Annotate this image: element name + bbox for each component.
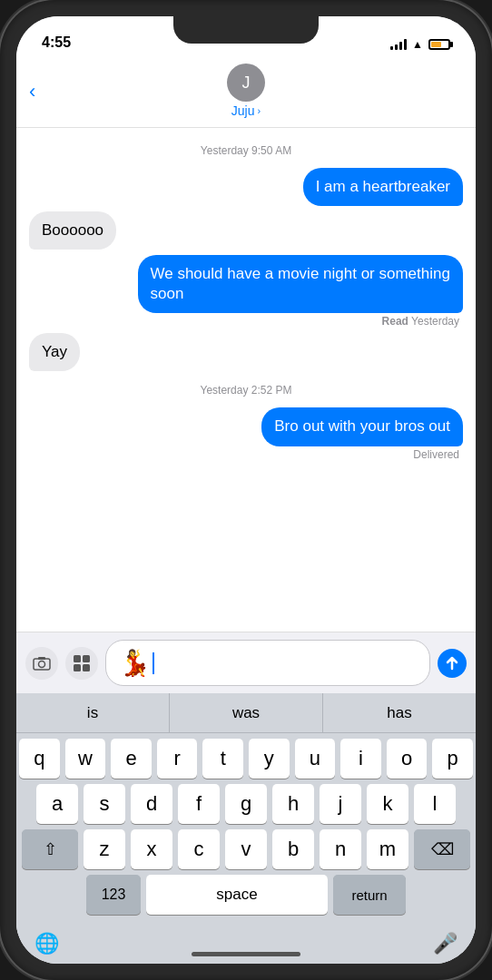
emoji-in-input: 💃 (119, 648, 151, 678)
key-t[interactable]: t (202, 739, 243, 779)
svg-rect-3 (74, 655, 81, 662)
key-g[interactable]: g (225, 784, 267, 824)
message-row: We should have a movie night or somethin… (29, 255, 463, 328)
avatar[interactable]: J (227, 64, 265, 102)
appstore-button[interactable] (65, 647, 98, 680)
key-row-4: 123 space return (19, 875, 473, 915)
read-label: Read (382, 315, 408, 328)
key-z[interactable]: z (84, 829, 125, 869)
camera-button[interactable] (25, 647, 58, 680)
timestamp-2: Yesterday 2:52 PM (29, 384, 463, 397)
delete-key[interactable]: ⌫ (414, 829, 470, 869)
chevron-icon: › (258, 105, 261, 116)
message-row: I am a heartbreaker (29, 168, 463, 206)
phone-screen: 4:55 ▲ ‹ J Juju › (16, 16, 476, 964)
key-a[interactable]: a (36, 784, 78, 824)
key-m[interactable]: m (367, 829, 408, 869)
key-c[interactable]: c (178, 829, 220, 869)
svg-rect-6 (83, 664, 90, 671)
message-status-delivered: Delivered (413, 448, 463, 461)
key-s[interactable]: s (84, 784, 125, 824)
key-h[interactable]: h (272, 784, 314, 824)
message-bubble-received-2: Yay (29, 333, 80, 371)
autocomplete-bar: is was has (16, 693, 476, 733)
keyboard: is was has q w e r t y u i o p (16, 693, 476, 964)
svg-rect-4 (83, 655, 90, 662)
return-key[interactable]: return (333, 875, 406, 915)
svg-point-1 (39, 661, 45, 667)
send-button[interactable] (438, 649, 467, 678)
message-bubble-sent-3: Bro out with your bros out (261, 407, 463, 446)
key-y[interactable]: y (249, 739, 290, 779)
key-p[interactable]: p (432, 739, 473, 779)
read-time: Yesterday (411, 315, 459, 328)
signal-icon (390, 39, 407, 50)
autocomplete-item-2[interactable]: was (170, 693, 323, 732)
shift-key[interactable]: ⇧ (22, 829, 78, 869)
mic-icon[interactable]: 🎤 (433, 932, 458, 956)
text-cursor (153, 652, 154, 674)
key-b[interactable]: b (272, 829, 314, 869)
key-e[interactable]: e (111, 739, 152, 779)
autocomplete-item-3[interactable]: has (323, 693, 476, 732)
key-k[interactable]: k (367, 784, 408, 824)
space-key[interactable]: space (146, 875, 328, 915)
key-o[interactable]: o (387, 739, 428, 779)
notch (173, 16, 319, 44)
num-key[interactable]: 123 (86, 875, 141, 915)
message-bubble-received-1: Boooooo (29, 211, 116, 250)
timestamp-1: Yesterday 9:50 AM (29, 144, 463, 157)
status-time: 4:55 (42, 34, 71, 51)
header: ‹ J Juju › (16, 56, 476, 128)
home-indicator (192, 952, 300, 956)
key-row-2: a s d f g h j k l (19, 784, 473, 824)
message-bubble-sent-2: We should have a movie night or somethin… (138, 255, 464, 313)
globe-icon[interactable]: 🌐 (34, 932, 59, 956)
input-area: 💃 (16, 632, 476, 693)
key-n[interactable]: n (320, 829, 361, 869)
wifi-icon: ▲ (412, 38, 423, 51)
message-row: Bro out with your bros out Delivered (29, 407, 463, 460)
key-row-1: q w e r t y u i o p (19, 739, 473, 779)
phone-frame: 4:55 ▲ ‹ J Juju › (0, 0, 492, 980)
message-row: Yay (29, 333, 463, 371)
bottom-bar: 🌐 🎤 (16, 924, 476, 964)
keys-area: q w e r t y u i o p a s d f g (16, 733, 476, 924)
message-row: Boooooo (29, 211, 463, 250)
key-x[interactable]: x (131, 829, 172, 869)
message-bubble-sent-1: I am a heartbreaker (303, 168, 463, 206)
battery-icon (428, 39, 450, 50)
svg-rect-5 (74, 664, 81, 671)
key-row-3: ⇧ z x c v b n m ⌫ (19, 829, 473, 869)
messages-area: Yesterday 9:50 AM I am a heartbreaker Bo… (16, 128, 476, 632)
key-d[interactable]: d (131, 784, 172, 824)
autocomplete-item-1[interactable]: is (16, 693, 170, 732)
key-q[interactable]: q (19, 739, 60, 779)
key-l[interactable]: l (414, 784, 456, 824)
status-icons: ▲ (390, 38, 450, 51)
svg-rect-2 (38, 657, 45, 660)
key-j[interactable]: j (320, 784, 361, 824)
key-i[interactable]: i (340, 739, 381, 779)
contact-name-label[interactable]: Juju › (231, 103, 261, 118)
key-f[interactable]: f (178, 784, 220, 824)
text-input[interactable]: 💃 (105, 640, 430, 686)
key-w[interactable]: w (65, 739, 106, 779)
message-status-read: Read Yesterday (382, 315, 463, 328)
key-v[interactable]: v (225, 829, 267, 869)
back-button[interactable]: ‹ (29, 80, 35, 103)
key-u[interactable]: u (295, 739, 336, 779)
key-r[interactable]: r (157, 739, 198, 779)
